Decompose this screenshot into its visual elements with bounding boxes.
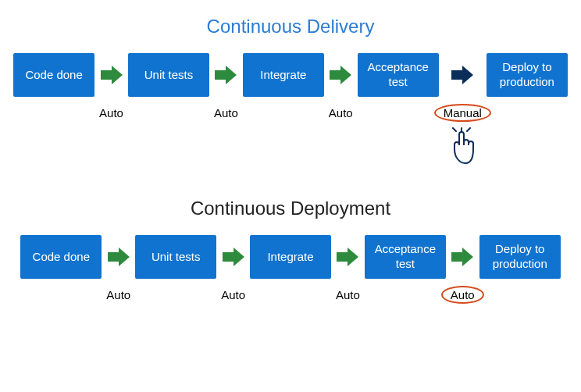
stage-box-integrate: Integrate: [250, 235, 331, 279]
stage-box-deploy: Deploy to production: [479, 235, 561, 279]
stage: Acceptance test: [358, 53, 439, 97]
stage: Acceptance test: [365, 235, 446, 279]
arrow: Auto: [209, 53, 243, 119]
stage-box-acceptance-test: Acceptance test: [358, 53, 439, 97]
arrow-label: Auto: [324, 106, 358, 119]
arrow: Auto: [102, 235, 135, 301]
arrow-right-icon: [215, 66, 237, 84]
arrow-right-icon: [330, 66, 351, 84]
stage: Deploy to production: [479, 235, 561, 279]
arrow-label: Auto: [331, 288, 365, 301]
stage-box-unit-tests: Unit tests: [128, 53, 209, 97]
arrow-right-icon: [108, 248, 130, 266]
arrow-right-icon: [451, 66, 473, 84]
arrow-right-icon: [223, 248, 244, 266]
arrow-label-auto-circled: Auto: [446, 288, 479, 301]
stage: Unit tests: [135, 235, 216, 279]
arrow-right-icon: [101, 66, 123, 84]
arrow-right-icon: [451, 248, 473, 266]
stage: Integrate: [243, 53, 324, 97]
deployment-title: Continuous Deployment: [8, 198, 573, 219]
stage-box-code-done: Code done: [13, 53, 94, 97]
delivery-pipeline: Code done Auto Unit tests Auto Integrate: [8, 53, 573, 166]
hand-press-icon: [445, 127, 479, 166]
stage-box-acceptance-test: Acceptance test: [365, 235, 446, 279]
stage: Code done: [13, 53, 94, 97]
continuous-delivery-section: Continuous Delivery Code done Auto Unit …: [8, 16, 573, 166]
delivery-title: Continuous Delivery: [8, 16, 573, 37]
arrow: Auto: [324, 53, 358, 119]
stage: Unit tests: [128, 53, 209, 97]
arrow-right-icon: [337, 248, 358, 266]
arrow: Manual: [439, 53, 487, 166]
arrow: Auto: [331, 235, 365, 301]
arrow-label: Auto: [209, 106, 243, 119]
stage-box-deploy: Deploy to production: [487, 53, 568, 97]
arrow: Auto: [446, 235, 479, 301]
stage: Deploy to production: [487, 53, 568, 97]
stage: Integrate: [250, 235, 331, 279]
arrow: Auto: [216, 235, 250, 301]
deployment-pipeline: Code done Auto Unit tests Auto Integrate: [8, 235, 573, 301]
stage-box-code-done: Code done: [20, 235, 102, 279]
stage: Code done: [20, 235, 102, 279]
stage-box-unit-tests: Unit tests: [135, 235, 216, 279]
arrow-label: Auto: [102, 288, 135, 301]
continuous-deployment-section: Continuous Deployment Code done Auto Uni…: [8, 198, 573, 301]
arrow-label: Auto: [94, 106, 128, 119]
stage-box-integrate: Integrate: [243, 53, 324, 97]
arrow-label-manual: Manual: [439, 106, 487, 119]
arrow-label: Auto: [216, 288, 250, 301]
arrow: Auto: [94, 53, 128, 119]
